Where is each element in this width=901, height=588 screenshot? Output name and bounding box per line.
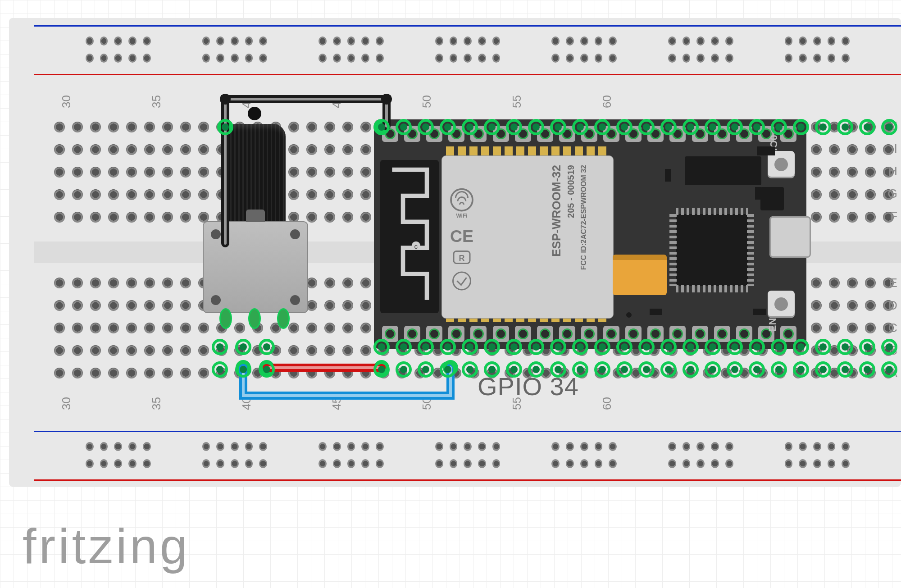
esp32-pin	[493, 326, 509, 342]
potentiometer-neck	[246, 210, 265, 222]
column-label-60: 60	[600, 95, 614, 108]
esp32-pin	[382, 326, 398, 342]
potentiometer[interactable]	[203, 182, 306, 313]
esp32-pin	[625, 126, 642, 142]
esp32-pin	[404, 326, 420, 342]
column-label-35: 35	[150, 95, 164, 108]
shield-fcc: FCC ID:2AC72-ESPWROOM 32	[580, 165, 588, 270]
bottom-ground-rail-line	[34, 431, 901, 432]
en-button-cap	[774, 297, 788, 311]
esp32-pin	[493, 126, 509, 142]
row-label-D: D	[888, 298, 897, 313]
en-button-label: EN	[767, 318, 778, 332]
row-label-F: F	[890, 209, 897, 223]
passive-5	[753, 309, 766, 315]
esp32-pin	[515, 326, 531, 342]
bottom-rail-row-2	[86, 459, 901, 469]
esp32-module[interactable]: c ESP-WROOM-32 205 - 000519 FCC ID:2AC72…	[374, 119, 806, 349]
usb-uart-chip	[676, 214, 748, 286]
esp32-pin	[714, 326, 730, 342]
antenna-trace: c	[386, 165, 433, 304]
column-label-45: 45	[330, 95, 344, 108]
top-rail-row-1	[86, 36, 901, 46]
esp32-pin	[669, 126, 686, 142]
diagram-stage: 30354045505560 30354045505560 JIHGFEDCBA	[0, 0, 901, 588]
esp32-pin	[647, 126, 664, 142]
esp32-rf-shield: ESP-WROOM-32 205 - 000519 FCC ID:2AC72-E…	[441, 155, 614, 319]
shield-module-name: ESP-WROOM-32	[550, 165, 564, 257]
pot-leg-2	[250, 310, 259, 328]
en-button[interactable]: EN	[768, 291, 795, 318]
esp32-pin	[736, 126, 752, 142]
column-label-55: 55	[510, 95, 524, 108]
esp32-pin	[404, 126, 420, 142]
smd-component-1	[685, 156, 761, 185]
esp32-pin	[559, 126, 575, 142]
column-label-40: 40	[240, 95, 254, 108]
row-label-G: G	[887, 187, 897, 201]
row-label-C: C	[888, 321, 897, 335]
esp32-pin	[537, 126, 553, 142]
passive-1	[755, 187, 761, 200]
pot-screw-bl	[211, 295, 221, 305]
esp32-pin	[559, 326, 575, 342]
column-label-45: 45	[330, 397, 344, 410]
chip-pins-top	[676, 208, 748, 215]
row-label-H: H	[888, 164, 897, 178]
shield-marks: WiFi CE R	[448, 160, 502, 314]
esp32-pin	[780, 126, 796, 142]
top-rail-row-2	[86, 53, 901, 63]
esp32-pin	[603, 326, 619, 342]
column-label-50: 50	[420, 397, 434, 410]
ce-mark-text: CE	[450, 227, 473, 246]
row-label-E: E	[889, 276, 897, 290]
esp32-pin	[780, 326, 796, 342]
esp32-pin	[669, 326, 686, 342]
pot-screw-br	[290, 295, 300, 305]
potentiometer-body	[203, 221, 308, 313]
esp32-pin	[448, 326, 464, 342]
column-label-30: 30	[59, 95, 73, 108]
esp32-pin	[448, 126, 464, 142]
fiducial	[626, 312, 632, 318]
column-label-50: 50	[420, 95, 434, 108]
row-label-A: A	[889, 366, 897, 380]
esp32-pin	[603, 126, 619, 142]
row-label-I: I	[894, 141, 897, 156]
gpio34-label: GPIO 34	[478, 372, 579, 401]
svg-point-4	[453, 272, 471, 290]
chip-pins-left	[669, 214, 677, 286]
chip-pins-bottom	[676, 285, 748, 292]
esp32-pin	[515, 126, 531, 142]
column-label-30: 30	[59, 397, 73, 410]
pot-screw-tl	[211, 229, 221, 239]
smd-component-2	[760, 187, 784, 210]
esp32-pin	[581, 126, 597, 142]
wifi-mark-text: WiFi	[456, 213, 467, 219]
passive-2	[757, 146, 775, 155]
esp32-pin	[692, 126, 708, 142]
pot-leg-1	[221, 310, 231, 328]
row-label-J: J	[891, 119, 897, 133]
passive-4	[650, 309, 662, 315]
top-ground-rail-line	[34, 25, 901, 27]
esp32-pin	[382, 126, 398, 142]
esp32-pin-header-bottom	[382, 326, 796, 343]
column-label-35: 35	[150, 397, 164, 410]
potentiometer-knob-tip	[248, 107, 261, 120]
esp32-pin	[736, 326, 752, 342]
esp32-pin	[470, 326, 487, 342]
micro-usb-port[interactable]	[769, 216, 811, 258]
pot-screw-tr	[290, 229, 300, 239]
pot-leg-3	[278, 310, 288, 328]
esp32-pin	[426, 326, 442, 342]
svg-text:c: c	[414, 242, 418, 250]
r-mark-text: R	[459, 254, 465, 263]
shield-serial: 205 - 000519	[566, 165, 576, 218]
esp32-pin	[714, 126, 730, 142]
passive-3	[665, 169, 671, 182]
shield-text-block: ESP-WROOM-32 205 - 000519 FCC ID:2AC72-E…	[547, 165, 601, 309]
tantalum-capacitor	[613, 255, 667, 295]
row-label-B: B	[889, 343, 897, 358]
esp32-pin	[581, 326, 597, 342]
